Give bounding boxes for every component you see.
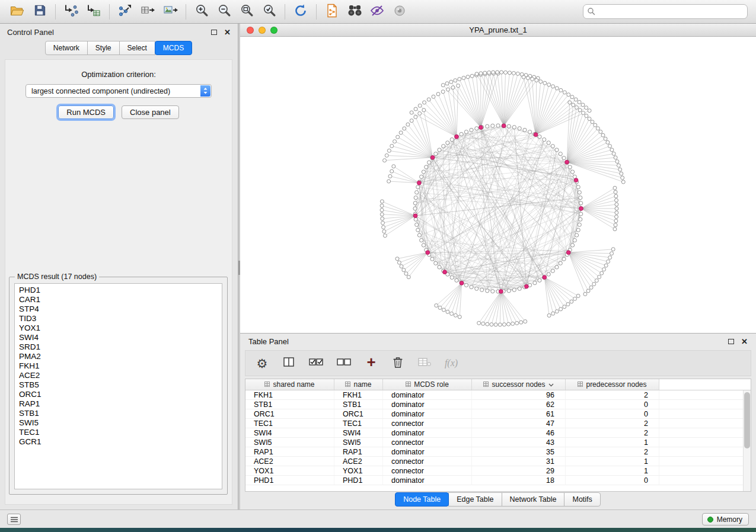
table-panel-tabs: Node TableEdge TableNetwork TableMotifs	[240, 492, 756, 507]
cell-name: RAP1	[334, 447, 383, 456]
export-image-button[interactable]	[159, 2, 181, 21]
toolbar-separator	[186, 4, 186, 20]
result-node[interactable]: SWI4	[19, 333, 222, 342]
window-maximize-icon[interactable]	[270, 27, 277, 34]
result-node[interactable]: GCR1	[19, 437, 222, 447]
tab-node-table[interactable]: Node Table	[395, 492, 449, 507]
status-menu-button[interactable]	[7, 514, 21, 525]
export-table-button[interactable]	[136, 2, 159, 21]
cell-predecessor-nodes: 2	[566, 447, 659, 456]
memory-button[interactable]: Memory	[702, 513, 749, 525]
tab-network-table[interactable]: Network Table	[502, 492, 565, 507]
tab-network[interactable]: Network	[45, 41, 88, 55]
result-node[interactable]: STB5	[19, 380, 222, 390]
table-row[interactable]: SWI4SWI4dominator462	[245, 428, 743, 438]
result-node[interactable]: FKH1	[19, 361, 222, 371]
table-row[interactable]: PHD1PHD1dominator180	[245, 476, 743, 485]
network-graph-svg[interactable]	[240, 37, 756, 333]
select-all-button[interactable]	[308, 354, 324, 372]
result-node[interactable]: SRD1	[19, 342, 222, 352]
result-node[interactable]: YOX1	[19, 323, 222, 333]
optimization-criterion-label: Optimization criterion:	[5, 70, 232, 79]
table-row[interactable]: STB1STB1dominator620	[245, 400, 743, 409]
zoom-selected-button[interactable]	[258, 2, 280, 21]
table-row[interactable]: YOX1YOX1connector291	[245, 466, 743, 476]
criterion-dropdown[interactable]: largest connected component (undirected)	[25, 84, 212, 98]
column-header-predecessor-nodes[interactable]: predecessor nodes	[566, 379, 659, 390]
hide-table-button[interactable]	[417, 354, 432, 372]
cell-successor-nodes: 31	[472, 457, 566, 466]
close-panel-button[interactable]: Close panel	[122, 105, 179, 119]
float-window-icon[interactable]	[211, 30, 217, 35]
table-row[interactable]: SWI5SWI5connector431	[245, 438, 743, 447]
result-node[interactable]: STP4	[19, 305, 222, 314]
cell-name: ORC1	[334, 409, 383, 418]
result-node[interactable]: SWI5	[19, 418, 222, 428]
show-columns-button[interactable]	[282, 354, 296, 372]
open-file-button[interactable]	[6, 2, 28, 21]
search-input[interactable]	[583, 4, 748, 19]
run-mcds-button[interactable]: Run MCDS	[58, 105, 114, 119]
zoom-out-button[interactable]	[213, 2, 235, 21]
hide-selected-button[interactable]	[366, 2, 388, 21]
column-header-successor-nodes[interactable]: successor nodes	[472, 379, 566, 390]
save-icon	[33, 4, 47, 20]
tab-edge-table[interactable]: Edge Table	[448, 492, 502, 507]
result-node[interactable]: TID3	[19, 314, 222, 323]
column-header-name[interactable]: name	[334, 379, 383, 390]
zoom-in-button[interactable]	[190, 2, 213, 21]
import-table-button[interactable]	[82, 2, 105, 21]
table-row[interactable]: FKH1FKH1dominator962	[245, 390, 743, 400]
column-header-mcds-role[interactable]: MCDS role	[383, 379, 472, 390]
float-window-icon[interactable]	[728, 339, 734, 344]
result-node[interactable]: PHD1	[19, 286, 222, 295]
cell-predecessor-nodes: 2	[566, 419, 659, 428]
deselect-all-button[interactable]	[336, 354, 352, 372]
network-window-titlebar[interactable]: YPA_prune.txt_1	[240, 24, 756, 37]
table-row[interactable]: ACE2ACE2connector311	[245, 457, 743, 466]
search-network-button[interactable]	[343, 2, 366, 21]
column-header-shared-name[interactable]: shared name	[245, 379, 334, 390]
cell-predecessor-nodes: 1	[566, 466, 659, 475]
show-all-button[interactable]	[388, 2, 411, 21]
result-node[interactable]: CAR1	[19, 295, 222, 305]
cell-name: FKH1	[334, 390, 383, 399]
list-icon	[11, 514, 18, 525]
save-session-button[interactable]	[28, 2, 51, 21]
result-node[interactable]: ORC1	[19, 390, 222, 399]
cell-shared-name: PHD1	[245, 476, 334, 485]
close-panel-icon[interactable]: ✕	[224, 28, 231, 36]
scrollbar-thumb[interactable]	[744, 392, 750, 448]
result-node[interactable]: RAP1	[19, 399, 222, 409]
tab-style[interactable]: Style	[87, 41, 120, 55]
table-row[interactable]: TEC1TEC1connector472	[245, 419, 743, 428]
delete-column-button[interactable]	[391, 354, 405, 372]
add-column-button[interactable]: +	[364, 354, 378, 372]
import-table-icon	[86, 3, 101, 21]
toolbar-separator	[316, 4, 317, 20]
function-builder-button[interactable]: f(x)	[444, 354, 458, 372]
result-node[interactable]: STB1	[19, 409, 222, 418]
window-close-icon[interactable]	[247, 27, 254, 34]
result-node[interactable]: ACE2	[19, 371, 222, 380]
tab-mcds[interactable]: MCDS	[155, 41, 192, 55]
tab-select[interactable]: Select	[119, 41, 155, 55]
import-network-button[interactable]	[60, 2, 82, 21]
table-row[interactable]: RAP1RAP1dominator352	[245, 447, 743, 457]
result-node[interactable]: TEC1	[19, 428, 222, 437]
table-settings-button[interactable]: ⚙	[255, 354, 269, 372]
close-panel-icon[interactable]: ✕	[741, 338, 748, 345]
cell-predecessor-nodes: 0	[566, 400, 659, 409]
refresh-layout-button[interactable]	[289, 2, 312, 21]
table-row[interactable]: ORC1ORC1dominator610	[245, 409, 743, 419]
result-node[interactable]: PMA2	[19, 352, 222, 361]
clone-network-button[interactable]	[321, 2, 343, 21]
mcds-result-list[interactable]: PHD1CAR1STP4TID3YOX1SWI4SRD1PMA2FKH1ACE2…	[14, 283, 222, 489]
grid-remove-icon	[417, 357, 432, 370]
network-canvas[interactable]	[240, 37, 756, 333]
export-network-button[interactable]	[114, 2, 136, 21]
table-scrollbar[interactable]	[743, 390, 751, 491]
tab-motifs[interactable]: Motifs	[564, 492, 600, 507]
window-minimize-icon[interactable]	[259, 27, 266, 34]
zoom-fit-button[interactable]	[235, 2, 258, 21]
